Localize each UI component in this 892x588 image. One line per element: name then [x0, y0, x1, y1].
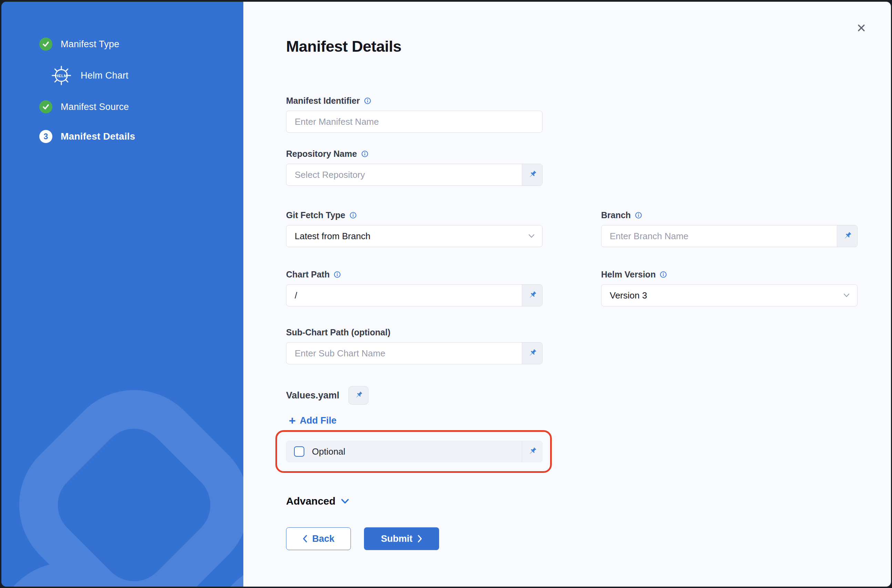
plus-icon: + [289, 416, 296, 426]
step-label: Manifest Details [61, 131, 135, 142]
optional-checkbox[interactable] [294, 446, 304, 457]
step-label: Manifest Source [61, 102, 129, 112]
git-fetch-type-select[interactable]: Latest from Branch [286, 225, 543, 247]
info-icon[interactable] [364, 97, 371, 104]
pin-icon[interactable] [522, 441, 542, 462]
svg-text:HELM: HELM [55, 74, 67, 78]
manifest-identifier-group: Manifest Identifier [286, 96, 543, 133]
git-fetch-type-label: Git Fetch Type [286, 210, 345, 220]
helm-version-group: Helm Version Version 3 [601, 269, 858, 306]
pin-icon[interactable] [522, 343, 542, 364]
helm-wheel-icon: HELM [50, 64, 72, 87]
info-icon[interactable] [349, 212, 357, 219]
step-manifest-type[interactable]: Manifest Type [39, 38, 243, 51]
repository-name-group: Repository Name [286, 148, 543, 186]
sub-chart-path-label: Sub-Chart Path (optional) [286, 327, 391, 338]
step-label: Manifest Type [61, 39, 119, 50]
back-button-label: Back [312, 534, 335, 544]
brand-logo-watermark [1, 367, 243, 586]
helm-version-select[interactable]: Version 3 [601, 284, 858, 306]
chevron-down-icon [843, 293, 850, 297]
step-number-badge: 3 [39, 130, 52, 143]
manifest-identifier-label: Manifest Identifier [286, 96, 360, 106]
step-manifest-details[interactable]: 3 Manifest Details [39, 130, 243, 143]
branch-group: Branch [601, 210, 858, 247]
info-icon[interactable] [334, 271, 341, 278]
info-icon[interactable] [660, 271, 667, 278]
step-manifest-source[interactable]: Manifest Source [39, 100, 243, 113]
step-complete-check-icon [39, 100, 52, 113]
optional-checkbox-label: Optional [312, 446, 345, 457]
pin-icon[interactable] [837, 225, 857, 247]
chart-path-group: Chart Path [286, 269, 543, 306]
manifest-wizard-modal: Manifest Type [1, 2, 891, 586]
info-icon[interactable] [361, 150, 369, 158]
advanced-toggle[interactable]: Advanced [286, 494, 349, 508]
sub-chart-path-input[interactable] [286, 343, 542, 364]
submit-button[interactable]: Submit [364, 527, 439, 550]
git-fetch-type-group: Git Fetch Type Latest from Branch [286, 210, 543, 247]
helm-version-label: Helm Version [601, 270, 655, 279]
values-file-path-row: Optional [286, 441, 543, 462]
chevron-right-icon [417, 535, 422, 543]
wizard-sidebar: Manifest Type [1, 2, 243, 586]
sub-chart-path-group: Sub-Chart Path (optional) [286, 327, 543, 364]
manifest-details-panel: Manifest Details Manifest Identifier Rep… [243, 2, 891, 586]
chevron-left-icon [303, 535, 307, 543]
add-file-label: Add File [300, 416, 337, 426]
wizard-steps: Manifest Type [1, 2, 243, 143]
repository-name-label: Repository Name [286, 149, 357, 159]
info-icon[interactable] [635, 212, 642, 219]
chart-path-label: Chart Path [286, 270, 330, 279]
pin-icon [354, 390, 363, 400]
wizard-actions: Back Submit [286, 527, 891, 550]
close-icon [856, 23, 867, 33]
step-complete-check-icon [39, 38, 52, 51]
add-file-button[interactable]: + Add File [289, 416, 336, 426]
back-button[interactable]: Back [286, 527, 351, 550]
submit-button-label: Submit [381, 534, 412, 544]
repository-name-input[interactable] [286, 164, 542, 185]
branch-input[interactable] [601, 225, 857, 247]
advanced-label: Advanced [286, 495, 335, 507]
values-yaml-row: Values.yaml [286, 386, 891, 405]
manifest-identifier-input[interactable] [286, 111, 542, 132]
chart-path-input[interactable] [286, 285, 542, 306]
chevron-down-icon [341, 499, 349, 504]
chevron-down-icon [528, 234, 535, 238]
page-title: Manifest Details [286, 38, 891, 56]
pin-icon[interactable] [522, 164, 542, 185]
pin-icon[interactable] [522, 285, 542, 306]
step-helm-chart: HELM Helm Chart [39, 64, 243, 87]
step-label: Helm Chart [81, 70, 129, 81]
values-yaml-pin-button[interactable] [348, 386, 369, 405]
annotation-highlight-box: Optional [275, 430, 552, 473]
branch-label: Branch [601, 210, 631, 220]
close-button[interactable] [853, 20, 870, 36]
values-yaml-label: Values.yaml [286, 390, 339, 401]
